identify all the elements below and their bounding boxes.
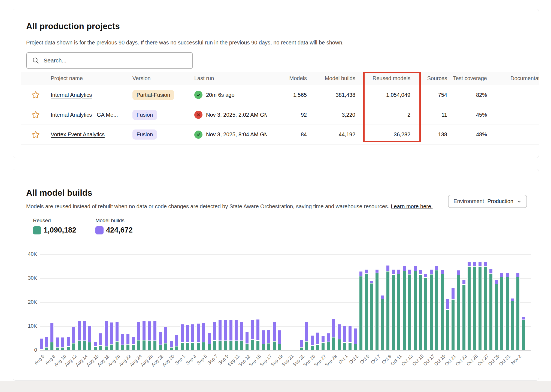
reused-bar-segment[interactable]: [88, 342, 92, 350]
builds-bar-segment[interactable]: [522, 317, 525, 320]
reused-bar-segment[interactable]: [180, 342, 184, 350]
reused-bar-segment[interactable]: [99, 346, 102, 350]
builds-bar-segment[interactable]: [451, 288, 455, 299]
builds-bar-segment[interactable]: [251, 320, 254, 340]
builds-bar-segment[interactable]: [310, 335, 314, 346]
builds-bar-segment[interactable]: [408, 269, 411, 274]
builds-bar-segment[interactable]: [419, 270, 422, 275]
reused-bar-segment[interactable]: [505, 277, 509, 350]
favorite-star-icon[interactable]: [31, 130, 40, 139]
reused-bar-segment[interactable]: [66, 346, 70, 350]
builds-bar-segment[interactable]: [234, 320, 238, 341]
favorite-star-icon[interactable]: [31, 110, 40, 119]
builds-bar-segment[interactable]: [72, 327, 75, 343]
reused-bar-segment[interactable]: [451, 299, 455, 350]
builds-bar-segment[interactable]: [424, 274, 428, 278]
reused-bar-segment[interactable]: [321, 343, 325, 350]
reused-bar-segment[interactable]: [196, 343, 200, 350]
builds-bar-segment[interactable]: [245, 332, 249, 344]
reused-bar-segment[interactable]: [484, 266, 487, 350]
reused-bar-segment[interactable]: [153, 341, 157, 350]
reused-bar-segment[interactable]: [462, 285, 466, 350]
reused-bar-segment[interactable]: [440, 274, 444, 350]
reused-bar-segment[interactable]: [256, 340, 260, 350]
builds-bar-segment[interactable]: [305, 321, 308, 342]
reused-bar-segment[interactable]: [419, 275, 422, 350]
builds-bar-segment[interactable]: [186, 324, 189, 342]
favorite-star-icon[interactable]: [31, 90, 40, 99]
reused-bar-segment[interactable]: [278, 344, 281, 350]
builds-bar-segment[interactable]: [467, 261, 471, 266]
reused-bar-segment[interactable]: [435, 270, 438, 350]
reused-bar-segment[interactable]: [77, 341, 81, 350]
builds-bar-segment[interactable]: [159, 332, 162, 345]
reused-bar-segment[interactable]: [392, 275, 395, 350]
builds-bar-segment[interactable]: [175, 335, 178, 346]
builds-bar-segment[interactable]: [343, 326, 346, 342]
builds-bar-segment[interactable]: [354, 328, 357, 344]
builds-bar-segment[interactable]: [278, 330, 281, 344]
builds-bar-segment[interactable]: [375, 269, 379, 273]
builds-bar-segment[interactable]: [229, 320, 233, 341]
reused-bar-segment[interactable]: [234, 341, 238, 350]
builds-bar-segment[interactable]: [495, 280, 498, 284]
builds-bar-segment[interactable]: [489, 269, 493, 274]
builds-bar-segment[interactable]: [137, 321, 140, 340]
project-name-link[interactable]: Vortex Event Analytics: [51, 131, 105, 137]
builds-bar-segment[interactable]: [446, 299, 449, 309]
builds-bar-segment[interactable]: [88, 326, 92, 342]
builds-bar-segment[interactable]: [132, 337, 135, 345]
reused-bar-segment[interactable]: [489, 274, 493, 350]
reused-bar-segment[interactable]: [310, 346, 314, 350]
reused-bar-segment[interactable]: [316, 345, 319, 350]
builds-bar-segment[interactable]: [66, 336, 70, 346]
builds-bar-segment[interactable]: [191, 324, 195, 342]
builds-bar-segment[interactable]: [207, 333, 211, 344]
reused-bar-segment[interactable]: [386, 271, 390, 350]
builds-bar-segment[interactable]: [332, 319, 335, 337]
project-name-link[interactable]: Internal Analytics: [51, 92, 92, 98]
reused-bar-segment[interactable]: [326, 342, 330, 350]
builds-bar-segment[interactable]: [262, 330, 265, 344]
reused-bar-segment[interactable]: [83, 341, 86, 350]
builds-bar-segment[interactable]: [402, 266, 406, 271]
reused-bar-segment[interactable]: [56, 347, 59, 350]
builds-bar-segment[interactable]: [386, 265, 390, 271]
reused-bar-segment[interactable]: [121, 345, 124, 350]
builds-bar-segment[interactable]: [93, 342, 97, 346]
builds-bar-segment[interactable]: [457, 270, 460, 275]
reused-bar-segment[interactable]: [429, 274, 433, 350]
reused-bar-segment[interactable]: [446, 309, 449, 350]
reused-bar-segment[interactable]: [267, 343, 271, 350]
reused-bar-segment[interactable]: [354, 344, 357, 350]
builds-bar-segment[interactable]: [180, 324, 184, 342]
builds-bar-segment[interactable]: [478, 261, 482, 266]
builds-bar-segment[interactable]: [273, 322, 276, 341]
reused-bar-segment[interactable]: [45, 347, 48, 350]
builds-bar-segment[interactable]: [40, 338, 43, 349]
builds-bar-segment[interactable]: [83, 321, 86, 341]
builds-bar-segment[interactable]: [440, 270, 444, 274]
learn-more-link[interactable]: Learn more here.: [391, 203, 432, 209]
reused-bar-segment[interactable]: [110, 344, 113, 350]
builds-bar-segment[interactable]: [218, 320, 222, 341]
builds-bar-segment[interactable]: [429, 269, 433, 274]
reused-bar-segment[interactable]: [397, 274, 401, 350]
reused-bar-segment[interactable]: [381, 299, 384, 350]
builds-bar-segment[interactable]: [110, 322, 113, 344]
builds-bar-segment[interactable]: [473, 261, 476, 266]
builds-bar-segment[interactable]: [50, 323, 54, 342]
reused-bar-segment[interactable]: [408, 274, 411, 350]
reused-bar-segment[interactable]: [104, 346, 108, 350]
reused-bar-segment[interactable]: [61, 347, 65, 350]
reused-bar-segment[interactable]: [359, 276, 363, 350]
reused-bar-segment[interactable]: [40, 349, 43, 350]
reused-bar-segment[interactable]: [159, 345, 162, 350]
builds-bar-segment[interactable]: [240, 322, 243, 341]
builds-bar-segment[interactable]: [77, 321, 81, 341]
reused-bar-segment[interactable]: [191, 342, 195, 350]
reused-bar-segment[interactable]: [473, 266, 476, 350]
reused-bar-segment[interactable]: [175, 346, 178, 350]
reused-bar-segment[interactable]: [202, 342, 205, 350]
builds-bar-segment[interactable]: [413, 266, 417, 271]
